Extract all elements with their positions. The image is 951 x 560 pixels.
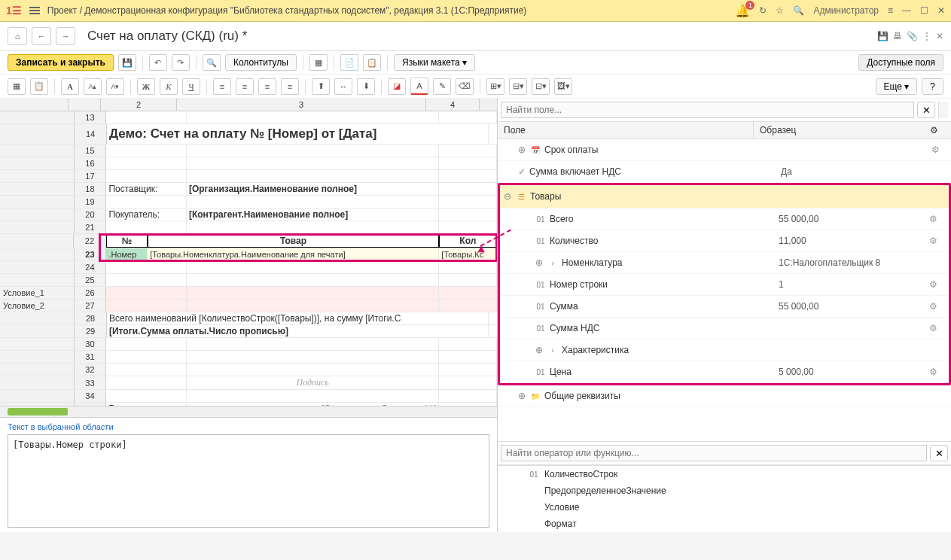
signature-stamp: Подпись xyxy=(187,376,439,389)
save-button[interactable]: 💾 xyxy=(118,54,136,71)
align-justify[interactable]: ≡ xyxy=(281,78,299,95)
insert-button[interactable]: ⊡▾ xyxy=(532,78,550,95)
user-label[interactable]: Администратор xyxy=(813,5,879,16)
cell-kol[interactable]: [Товары.Кс xyxy=(439,248,497,260)
sum-words[interactable]: [Итоги.Сумма оплаты.Число прописью] xyxy=(107,325,489,337)
row-label-cond2[interactable]: Условие_2 xyxy=(0,300,75,312)
borders-button[interactable]: ⊞▾ xyxy=(486,78,504,95)
highlight-button[interactable]: ✎ xyxy=(433,78,451,95)
home-icon[interactable]: ⌂ xyxy=(8,27,27,45)
valign-bot[interactable]: ⬇ xyxy=(357,78,375,95)
titlebar: 1☰ Проект / Демонстрационная конфигураци… xyxy=(0,0,951,22)
align-center[interactable]: ≡ xyxy=(236,78,254,95)
doc-title[interactable]: Демо: Счет на оплату № [Номер] от [Дата] xyxy=(107,124,489,144)
field-list-header: Поле Образец ⚙ xyxy=(498,122,951,139)
topbar-actions: 🔔1 ↻ ☆ 🔍 Администратор ≡ — ☐ ✕ xyxy=(735,4,945,18)
favorite-icon[interactable]: ☆ xyxy=(776,5,784,16)
fields-pane: ✕ Поле Образец ⚙ ⊕📅Срок оплаты⚙ ✓Сумма в… xyxy=(498,99,951,532)
font-size-up[interactable]: A xyxy=(61,78,79,95)
font-size-small[interactable]: A▾ xyxy=(106,78,124,95)
more-button[interactable]: Еще ▾ xyxy=(876,78,918,95)
col-4[interactable]: 4 xyxy=(426,99,480,111)
tab-title: Счет на оплату (СКД) (ru) * xyxy=(87,29,873,44)
corner[interactable] xyxy=(0,99,69,111)
toolbar-format: ▦ 📋 A A▴ A▾ Ж К Ч ≡ ≡ ≡ ≡ ⬆ ↔ ⬇ ◪ A ✎ ⌫ … xyxy=(0,75,951,99)
paste-button[interactable]: 📋 xyxy=(363,54,381,71)
formula-editor[interactable]: [Товары.Номер строки] xyxy=(8,434,489,528)
back-button[interactable]: ← xyxy=(32,27,51,45)
toolbar-main: Записать и закрыть 💾 ↶ ↷ 🔍 Колонтитулы ▦… xyxy=(0,51,951,75)
field-search-input[interactable] xyxy=(501,102,914,118)
save-close-button[interactable]: Записать и закрыть xyxy=(8,54,114,71)
valign-mid[interactable]: ↔ xyxy=(334,78,352,95)
cell-nomer[interactable]: .Номер xyxy=(106,248,148,260)
attach-icon[interactable]: 📎 xyxy=(907,31,918,41)
row-label-cond1[interactable]: Условие_1 xyxy=(0,287,75,299)
settings-icon[interactable]: ≡ xyxy=(888,5,893,16)
align-right[interactable]: ≡ xyxy=(258,78,276,95)
bgcolor-button[interactable]: ◪ xyxy=(388,78,406,95)
hscrollbar[interactable] xyxy=(0,406,497,417)
close-tab-icon[interactable]: ✕ xyxy=(936,31,943,41)
save-icon[interactable]: 💾 xyxy=(877,31,889,41)
merge-button[interactable]: ⊟▾ xyxy=(509,78,527,95)
col-number[interactable]: № xyxy=(106,234,148,248)
bold-button[interactable]: Ж xyxy=(137,78,155,95)
redo-button[interactable]: ↷ xyxy=(172,54,190,71)
search-icon[interactable]: 🔍 xyxy=(793,5,804,16)
tovary-group: ⊖☰Товары 01Всего55 000,00⚙ 01Количество1… xyxy=(498,183,951,385)
field-search-close[interactable]: ✕ xyxy=(917,102,935,118)
col-field[interactable]: Поле xyxy=(498,122,754,138)
notification-icon[interactable]: 🔔1 xyxy=(735,4,750,18)
textcolor-button[interactable]: A xyxy=(410,78,428,95)
app-title: Проект / Демонстрационная конфигурация "… xyxy=(47,5,728,16)
minimize-icon[interactable]: — xyxy=(902,5,911,16)
forward-button[interactable]: → xyxy=(56,27,75,45)
col-tovar[interactable]: Товар xyxy=(148,234,438,248)
tovary-label[interactable]: Товары xyxy=(530,191,561,202)
sheet-pane: 2 3 4 13 14Демо: Счет на оплату № [Номер… xyxy=(0,99,498,532)
cell-tovar[interactable]: [Товары.Номенклатура.Наименование для пе… xyxy=(148,248,439,260)
languages-button[interactable]: Языки макета ▾ xyxy=(394,54,475,71)
operator-search-input[interactable] xyxy=(501,445,927,461)
operator-list[interactable]: 01КоличествоСтрок ПредопределенноеЗначен… xyxy=(498,465,951,532)
col-3[interactable]: 3 xyxy=(177,99,426,111)
col-sample[interactable]: Образец xyxy=(754,122,924,138)
total-line[interactable]: Всего наименований [КоличествоСтрок([Тов… xyxy=(107,312,489,324)
sheet-scroll[interactable]: 2 3 4 13 14Демо: Счет на оплату № [Номер… xyxy=(0,99,497,406)
supplier-value[interactable]: [Организация.Наименование полное] xyxy=(187,183,439,195)
help-button[interactable]: ? xyxy=(922,78,943,95)
close-icon[interactable]: ✕ xyxy=(937,5,945,16)
underline-button[interactable]: Ч xyxy=(182,78,200,95)
field-list[interactable]: ⊕📅Срок оплаты⚙ ✓Сумма включает НДСДа ⊖☰Т… xyxy=(498,139,951,441)
col-headers: 2 3 4 xyxy=(0,99,497,111)
copy-button[interactable]: 📄 xyxy=(340,54,358,71)
undo-button[interactable]: ↶ xyxy=(149,54,167,71)
tool-a[interactable]: ▦ xyxy=(309,54,328,71)
buyer-label[interactable]: Покупатель: xyxy=(106,208,187,221)
available-fields-button[interactable]: Доступные поля xyxy=(858,54,943,71)
footer-label: Текст в выбранной области xyxy=(8,422,489,431)
kolontituly-button[interactable]: Колонтитулы xyxy=(225,54,297,71)
col-2[interactable]: 2 xyxy=(101,99,177,111)
font-size-down[interactable]: A▴ xyxy=(84,78,102,95)
align-left[interactable]: ≡ xyxy=(213,78,231,95)
logo-1c: 1☰ xyxy=(6,5,22,17)
maximize-icon[interactable]: ☐ xyxy=(920,5,928,16)
clear-format[interactable]: ⌫ xyxy=(456,78,474,95)
buyer-value[interactable]: [Контрагент.Наименование полное] xyxy=(187,208,439,221)
cells-btn[interactable]: ▦ xyxy=(8,78,26,95)
print-icon[interactable]: 🖶 xyxy=(893,31,902,41)
image-button[interactable]: 🖼▾ xyxy=(554,78,572,95)
preview-button[interactable]: 🔍 xyxy=(203,54,221,71)
history-icon[interactable]: ↻ xyxy=(759,5,767,16)
italic-button[interactable]: К xyxy=(160,78,178,95)
copy-format[interactable]: 📋 xyxy=(30,78,48,95)
more-icon[interactable]: ⋮ xyxy=(922,31,931,41)
main-menu-icon[interactable] xyxy=(29,7,40,14)
rownum-header[interactable] xyxy=(69,99,101,111)
operator-search-close[interactable]: ✕ xyxy=(930,445,948,461)
valign-top[interactable]: ⬆ xyxy=(312,78,330,95)
supplier-label[interactable]: Поставщик: xyxy=(106,183,187,195)
tab-bar: ⌂ ← → Счет на оплату (СКД) (ru) * 💾 🖶 📎 … xyxy=(0,22,951,51)
